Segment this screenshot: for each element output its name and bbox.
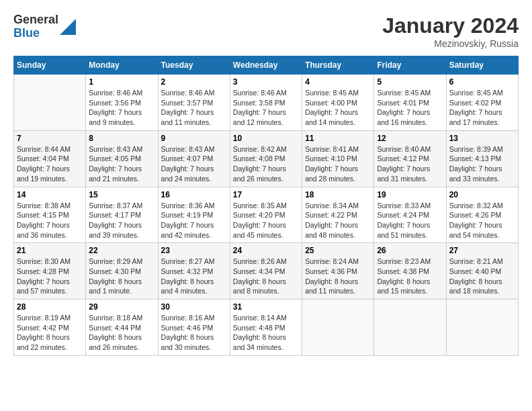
day-number: 23: [161, 246, 227, 255]
weekday-header: Tuesday: [158, 56, 230, 75]
calendar-cell: 7Sunrise: 8:44 AM Sunset: 4:04 PM Daylig…: [14, 130, 86, 187]
calendar-cell: 20Sunrise: 8:32 AM Sunset: 4:26 PM Dayli…: [446, 187, 518, 243]
day-number: 30: [161, 302, 227, 312]
calendar-cell: 30Sunrise: 8:16 AM Sunset: 4:46 PM Dayli…: [158, 300, 230, 356]
calendar-cell: 26Sunrise: 8:23 AM Sunset: 4:38 PM Dayli…: [374, 243, 446, 300]
day-number: 1: [89, 77, 154, 87]
title-area: January 2024 Mezinovskiy, Russia: [382, 13, 519, 49]
day-info: Sunrise: 8:43 AM Sunset: 4:07 PM Dayligh…: [161, 144, 227, 184]
weekday-header: Monday: [86, 56, 158, 75]
calendar-cell: 3Sunrise: 8:46 AM Sunset: 3:58 PM Daylig…: [230, 75, 302, 131]
day-number: 14: [17, 190, 83, 199]
day-number: 28: [17, 302, 83, 312]
day-number: 13: [449, 134, 515, 143]
day-info: Sunrise: 8:29 AM Sunset: 4:30 PM Dayligh…: [89, 257, 154, 296]
calendar-cell: 29Sunrise: 8:18 AM Sunset: 4:44 PM Dayli…: [86, 300, 158, 356]
day-number: 12: [377, 134, 443, 143]
calendar-cell: 1Sunrise: 8:46 AM Sunset: 3:56 PM Daylig…: [86, 75, 158, 131]
day-number: 5: [377, 77, 443, 87]
day-info: Sunrise: 8:18 AM Sunset: 4:44 PM Dayligh…: [89, 313, 154, 353]
day-number: 8: [89, 134, 154, 143]
calendar-header-row: SundayMondayTuesdayWednesdayThursdayFrid…: [14, 56, 519, 75]
svg-marker-0: [60, 19, 76, 35]
day-number: 15: [89, 190, 154, 199]
calendar-cell: 9Sunrise: 8:43 AM Sunset: 4:07 PM Daylig…: [158, 130, 230, 187]
day-number: 27: [449, 246, 515, 255]
day-number: 16: [161, 190, 227, 199]
day-info: Sunrise: 8:14 AM Sunset: 4:48 PM Dayligh…: [233, 313, 299, 353]
day-number: 7: [17, 134, 83, 143]
calendar-table: SundayMondayTuesdayWednesdayThursdayFrid…: [13, 56, 519, 356]
calendar-cell: 4Sunrise: 8:45 AM Sunset: 4:00 PM Daylig…: [302, 75, 374, 131]
day-info: Sunrise: 8:32 AM Sunset: 4:26 PM Dayligh…: [449, 201, 515, 240]
day-info: Sunrise: 8:45 AM Sunset: 4:01 PM Dayligh…: [377, 88, 443, 128]
day-info: Sunrise: 8:45 AM Sunset: 4:02 PM Dayligh…: [449, 88, 515, 128]
day-number: 2: [161, 77, 227, 87]
calendar-cell: 31Sunrise: 8:14 AM Sunset: 4:48 PM Dayli…: [230, 300, 302, 356]
calendar-cell: 22Sunrise: 8:29 AM Sunset: 4:30 PM Dayli…: [86, 243, 158, 300]
calendar-cell: 18Sunrise: 8:34 AM Sunset: 4:22 PM Dayli…: [302, 187, 374, 243]
day-info: Sunrise: 8:37 AM Sunset: 4:17 PM Dayligh…: [89, 201, 154, 240]
day-number: 4: [305, 77, 371, 87]
weekday-header: Sunday: [14, 56, 86, 75]
day-info: Sunrise: 8:35 AM Sunset: 4:20 PM Dayligh…: [233, 201, 299, 240]
day-number: 6: [449, 77, 515, 87]
calendar-cell: [446, 300, 518, 356]
day-number: 19: [377, 190, 443, 199]
day-number: 11: [305, 134, 371, 143]
day-info: Sunrise: 8:30 AM Sunset: 4:28 PM Dayligh…: [17, 257, 83, 296]
day-info: Sunrise: 8:46 AM Sunset: 3:57 PM Dayligh…: [161, 88, 227, 128]
day-info: Sunrise: 8:39 AM Sunset: 4:13 PM Dayligh…: [449, 144, 515, 184]
day-info: Sunrise: 8:46 AM Sunset: 3:58 PM Dayligh…: [233, 88, 299, 128]
day-info: Sunrise: 8:33 AM Sunset: 4:24 PM Dayligh…: [377, 201, 443, 240]
calendar-cell: [302, 300, 374, 356]
calendar-cell: 25Sunrise: 8:24 AM Sunset: 4:36 PM Dayli…: [302, 243, 374, 300]
calendar-cell: 2Sunrise: 8:46 AM Sunset: 3:57 PM Daylig…: [158, 75, 230, 131]
calendar-cell: 14Sunrise: 8:38 AM Sunset: 4:15 PM Dayli…: [14, 187, 86, 243]
calendar-cell: 23Sunrise: 8:27 AM Sunset: 4:32 PM Dayli…: [158, 243, 230, 300]
calendar-cell: 10Sunrise: 8:42 AM Sunset: 4:08 PM Dayli…: [230, 130, 302, 187]
calendar-cell: 13Sunrise: 8:39 AM Sunset: 4:13 PM Dayli…: [446, 130, 518, 187]
day-number: 31: [233, 302, 299, 312]
calendar-cell: 5Sunrise: 8:45 AM Sunset: 4:01 PM Daylig…: [374, 75, 446, 131]
day-info: Sunrise: 8:34 AM Sunset: 4:22 PM Dayligh…: [305, 201, 371, 240]
page-header: General Blue January 2024 Mezinovskiy, R…: [13, 13, 519, 49]
calendar-cell: [374, 300, 446, 356]
weekday-header: Friday: [374, 56, 446, 75]
calendar-cell: 28Sunrise: 8:19 AM Sunset: 4:42 PM Dayli…: [14, 300, 86, 356]
calendar-cell: 6Sunrise: 8:45 AM Sunset: 4:02 PM Daylig…: [446, 75, 518, 131]
day-info: Sunrise: 8:19 AM Sunset: 4:42 PM Dayligh…: [17, 313, 83, 353]
day-number: 21: [17, 246, 83, 255]
weekday-header: Wednesday: [230, 56, 302, 75]
weekday-header: Thursday: [302, 56, 374, 75]
day-info: Sunrise: 8:21 AM Sunset: 4:40 PM Dayligh…: [449, 257, 515, 296]
weekday-header: Saturday: [446, 56, 518, 75]
day-info: Sunrise: 8:16 AM Sunset: 4:46 PM Dayligh…: [161, 313, 227, 353]
logo-blue-text: Blue: [13, 27, 58, 40]
day-info: Sunrise: 8:36 AM Sunset: 4:19 PM Dayligh…: [161, 201, 227, 240]
day-number: 24: [233, 246, 299, 255]
calendar-week-row: 14Sunrise: 8:38 AM Sunset: 4:15 PM Dayli…: [14, 187, 519, 243]
calendar-week-row: 28Sunrise: 8:19 AM Sunset: 4:42 PM Dayli…: [14, 300, 519, 356]
day-info: Sunrise: 8:44 AM Sunset: 4:04 PM Dayligh…: [17, 144, 83, 184]
calendar-cell: 17Sunrise: 8:35 AM Sunset: 4:20 PM Dayli…: [230, 187, 302, 243]
day-number: 22: [89, 246, 154, 255]
calendar-cell: 15Sunrise: 8:37 AM Sunset: 4:17 PM Dayli…: [86, 187, 158, 243]
month-title: January 2024: [382, 13, 519, 38]
day-number: 10: [233, 134, 299, 143]
calendar-week-row: 1Sunrise: 8:46 AM Sunset: 3:56 PM Daylig…: [14, 75, 519, 131]
day-info: Sunrise: 8:42 AM Sunset: 4:08 PM Dayligh…: [233, 144, 299, 184]
day-info: Sunrise: 8:45 AM Sunset: 4:00 PM Dayligh…: [305, 88, 371, 128]
calendar-cell: 8Sunrise: 8:43 AM Sunset: 4:05 PM Daylig…: [86, 130, 158, 187]
day-info: Sunrise: 8:27 AM Sunset: 4:32 PM Dayligh…: [161, 257, 227, 296]
day-number: 25: [305, 246, 371, 255]
day-number: 17: [233, 190, 299, 199]
day-number: 9: [161, 134, 227, 143]
calendar-cell: 11Sunrise: 8:41 AM Sunset: 4:10 PM Dayli…: [302, 130, 374, 187]
day-number: 29: [89, 302, 154, 312]
calendar-cell: [14, 75, 86, 131]
day-info: Sunrise: 8:26 AM Sunset: 4:34 PM Dayligh…: [233, 257, 299, 296]
calendar-cell: 16Sunrise: 8:36 AM Sunset: 4:19 PM Dayli…: [158, 187, 230, 243]
calendar-cell: 21Sunrise: 8:30 AM Sunset: 4:28 PM Dayli…: [14, 243, 86, 300]
day-info: Sunrise: 8:46 AM Sunset: 3:56 PM Dayligh…: [89, 88, 154, 128]
